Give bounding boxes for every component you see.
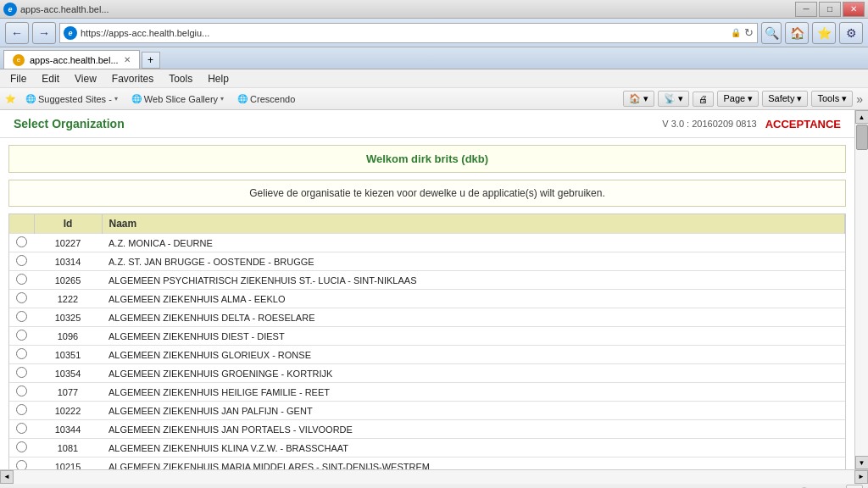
menu-help[interactable]: Help — [201, 71, 236, 86]
home-button[interactable]: 🏠 — [785, 22, 809, 44]
table-row[interactable]: 1081ALGEMEEN ZIEKENHUIS KLINA V.Z.W. - B… — [9, 439, 845, 458]
organization-radio-5[interactable] — [16, 330, 27, 341]
organization-table-body: 10227A.Z. MONICA - DEURNE10314A.Z. ST. J… — [9, 234, 845, 470]
organization-radio-0[interactable] — [16, 236, 27, 247]
tab-close-button[interactable]: ✕ — [124, 55, 131, 64]
table-row[interactable]: 10351ALGEMEEN ZIEKENHUIS GLORIEUX - RONS… — [9, 346, 845, 364]
table-row[interactable]: 10227A.Z. MONICA - DEURNE — [9, 234, 845, 252]
table-row[interactable]: 10215ALGEMEEN ZIEKENHUIS MARIA MIDDELARE… — [9, 458, 845, 470]
settings-button[interactable]: ⚙ — [839, 22, 863, 44]
suggested-sites-button[interactable]: 🌐 Suggested Sites - ▾ — [22, 92, 121, 106]
tab-label: apps-acc.health.bel... — [30, 55, 119, 65]
title-bar-buttons: ─ □ ✕ — [795, 2, 865, 17]
star-button[interactable]: ⭐ — [812, 22, 836, 44]
menu-tools[interactable]: Tools — [162, 71, 199, 86]
organization-name: ALGEMEEN ZIEKENHUIS ALMA - EEKLO — [102, 290, 845, 308]
active-tab[interactable]: e apps-acc.health.bel... ✕ — [3, 50, 140, 69]
scroll-thumb[interactable] — [856, 125, 868, 150]
table-row[interactable]: 10354ALGEMEEN ZIEKENHUIS GROENINGE - KOR… — [9, 364, 845, 383]
organization-radio-10[interactable] — [16, 423, 27, 434]
crescendo-button[interactable]: 🌐 Crescendo — [234, 92, 298, 106]
welcome-message: Welkom dirk brits (dkb) — [366, 152, 488, 165]
radio-cell — [9, 271, 34, 290]
title-bar-text: apps-acc.health.bel... — [20, 4, 109, 14]
favorites-star-icon: ⭐ — [5, 94, 15, 103]
tools-button[interactable]: Tools ▾ — [811, 91, 853, 107]
feeds-button[interactable]: 📡 ▾ — [658, 91, 689, 107]
forward-button[interactable]: → — [32, 22, 56, 44]
table-row[interactable]: 10265ALGEMEEN PSYCHIATRISCH ZIEKENHUIS S… — [9, 271, 845, 290]
favorites-bar: ⭐ 🌐 Suggested Sites - ▾ 🌐 Web Slice Gall… — [0, 88, 868, 110]
close-button[interactable]: ✕ — [843, 2, 865, 17]
organization-radio-6[interactable] — [16, 348, 27, 359]
organization-radio-2[interactable] — [16, 274, 27, 285]
organization-radio-1[interactable] — [16, 255, 27, 266]
scroll-up-button[interactable]: ▲ — [855, 110, 869, 124]
organization-name: ALGEMEEN PSYCHIATRISCH ZIEKENHUIS ST.- L… — [102, 271, 845, 290]
scroll-down-button[interactable]: ▼ — [855, 456, 869, 469]
menu-file[interactable]: File — [3, 71, 33, 86]
safety-button[interactable]: Safety ▾ — [762, 91, 808, 107]
organization-id: 10344 — [34, 420, 102, 439]
organization-radio-4[interactable] — [16, 311, 27, 322]
maximize-button[interactable]: □ — [819, 2, 841, 17]
web-slice-icon: 🌐 — [131, 94, 142, 103]
acceptance-badge: ACCEPTANCE — [765, 118, 841, 130]
table-row[interactable]: 10222ALGEMEEN ZIEKENHUIS JAN PALFIJN - G… — [9, 402, 845, 420]
page-button[interactable]: Page ▾ — [717, 91, 759, 107]
minimize-button[interactable]: ─ — [795, 2, 817, 17]
organization-id: 1077 — [34, 383, 102, 402]
organization-name: ALGEMEEN ZIEKENHUIS GLORIEUX - RONSE — [102, 346, 845, 364]
organization-name: ALGEMEEN ZIEKENHUIS HEILIGE FAMILIE - RE… — [102, 383, 845, 402]
radio-cell — [9, 290, 34, 308]
organization-radio-8[interactable] — [16, 385, 27, 396]
status-bar: 🔍 125% ▾ — [0, 483, 868, 488]
refresh-button[interactable]: ↻ — [744, 26, 754, 39]
new-tab-button[interactable]: + — [142, 52, 160, 69]
hscroll-right-button[interactable]: ► — [854, 470, 868, 484]
radio-cell — [9, 458, 34, 470]
radio-cell — [9, 420, 34, 439]
organization-id: 10351 — [34, 346, 102, 364]
hscroll-left-button[interactable]: ◄ — [0, 470, 14, 484]
web-slice-gallery-button[interactable]: 🌐 Web Slice Gallery ▾ — [128, 92, 227, 106]
table-row[interactable]: 10344ALGEMEEN ZIEKENHUIS JAN PORTAELS - … — [9, 420, 845, 439]
version-info: V 3.0 : 20160209 0813 — [662, 119, 756, 129]
table-row[interactable]: 10314A.Z. ST. JAN BRUGGE - OOSTENDE - BR… — [9, 252, 845, 271]
organization-radio-11[interactable] — [16, 441, 27, 452]
address-input[interactable] — [81, 28, 727, 38]
table-row[interactable]: 1096ALGEMEEN ZIEKENHUIS DIEST - DIEST — [9, 327, 845, 346]
chevron-right-icon[interactable]: » — [856, 92, 863, 106]
scroll-track[interactable] — [855, 124, 868, 456]
radio-cell — [9, 364, 34, 383]
print-button[interactable]: 🖨 — [693, 92, 714, 107]
scrollbar-right: ▲ ▼ — [854, 110, 868, 469]
organization-radio-9[interactable] — [16, 404, 27, 415]
hscroll-track[interactable] — [14, 470, 854, 484]
menu-favorites[interactable]: Favorites — [105, 71, 160, 86]
organization-name: ALGEMEEN ZIEKENHUIS JAN PORTAELS - VILVO… — [102, 420, 845, 439]
organization-radio-12[interactable] — [16, 460, 27, 469]
suggested-sites-label: Suggested Sites - — [38, 94, 112, 104]
organization-radio-7[interactable] — [16, 367, 27, 378]
menu-bar: File Edit View Favorites Tools Help — [0, 69, 868, 88]
radio-cell — [9, 402, 34, 420]
header-right: V 3.0 : 20160209 0813 ACCEPTANCE — [662, 118, 841, 130]
menu-view[interactable]: View — [68, 71, 103, 86]
table-header-row: Id Naam — [9, 214, 845, 234]
instruction-text: Gelieve de organisatie te kiezen voor de… — [249, 187, 605, 199]
organization-radio-3[interactable] — [16, 292, 27, 303]
organization-id: 10222 — [34, 402, 102, 420]
home-toolbar-button[interactable]: 🏠 ▾ — [623, 91, 654, 107]
back-button[interactable]: ← — [5, 22, 29, 44]
search-button[interactable]: 🔍 — [761, 22, 782, 44]
table-row[interactable]: 1222ALGEMEEN ZIEKENHUIS ALMA - EEKLO — [9, 290, 845, 308]
menu-edit[interactable]: Edit — [35, 71, 66, 86]
table-row[interactable]: 1077ALGEMEEN ZIEKENHUIS HEILIGE FAMILIE … — [9, 383, 845, 402]
crescendo-label: Crescendo — [250, 94, 295, 104]
zoom-button[interactable]: ▾ — [846, 485, 863, 488]
main-content: Select Organization V 3.0 : 20160209 081… — [0, 110, 854, 469]
table-row[interactable]: 10325ALGEMEEN ZIEKENHUIS DELTA - ROESELA… — [9, 308, 845, 327]
page-content: Select Organization V 3.0 : 20160209 081… — [0, 110, 868, 469]
radio-cell — [9, 308, 34, 327]
